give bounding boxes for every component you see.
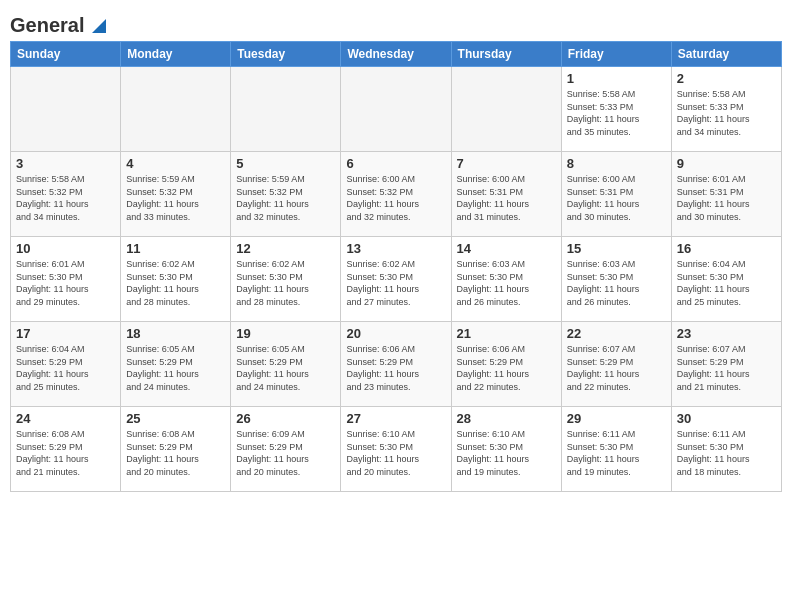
day-info: Sunrise: 6:01 AM Sunset: 5:30 PM Dayligh… xyxy=(16,258,115,308)
calendar-day-5: 5Sunrise: 5:59 AM Sunset: 5:32 PM Daylig… xyxy=(231,152,341,237)
day-info: Sunrise: 6:05 AM Sunset: 5:29 PM Dayligh… xyxy=(126,343,225,393)
day-number: 29 xyxy=(567,411,666,426)
day-number: 3 xyxy=(16,156,115,171)
day-number: 24 xyxy=(16,411,115,426)
day-number: 1 xyxy=(567,71,666,86)
day-number: 22 xyxy=(567,326,666,341)
day-number: 9 xyxy=(677,156,776,171)
day-number: 14 xyxy=(457,241,556,256)
calendar-table: SundayMondayTuesdayWednesdayThursdayFrid… xyxy=(10,41,782,492)
weekday-header-tuesday: Tuesday xyxy=(231,42,341,67)
calendar-day-2: 2Sunrise: 5:58 AM Sunset: 5:33 PM Daylig… xyxy=(671,67,781,152)
weekday-header-sunday: Sunday xyxy=(11,42,121,67)
day-info: Sunrise: 6:03 AM Sunset: 5:30 PM Dayligh… xyxy=(567,258,666,308)
calendar-day-27: 27Sunrise: 6:10 AM Sunset: 5:30 PM Dayli… xyxy=(341,407,451,492)
day-info: Sunrise: 6:04 AM Sunset: 5:30 PM Dayligh… xyxy=(677,258,776,308)
day-number: 8 xyxy=(567,156,666,171)
calendar-day-21: 21Sunrise: 6:06 AM Sunset: 5:29 PM Dayli… xyxy=(451,322,561,407)
day-number: 27 xyxy=(346,411,445,426)
calendar-day-15: 15Sunrise: 6:03 AM Sunset: 5:30 PM Dayli… xyxy=(561,237,671,322)
day-info: Sunrise: 6:02 AM Sunset: 5:30 PM Dayligh… xyxy=(236,258,335,308)
day-number: 5 xyxy=(236,156,335,171)
calendar-day-3: 3Sunrise: 5:58 AM Sunset: 5:32 PM Daylig… xyxy=(11,152,121,237)
day-number: 6 xyxy=(346,156,445,171)
calendar-day-4: 4Sunrise: 5:59 AM Sunset: 5:32 PM Daylig… xyxy=(121,152,231,237)
calendar-week-row-1: 1Sunrise: 5:58 AM Sunset: 5:33 PM Daylig… xyxy=(11,67,782,152)
calendar-week-row-3: 10Sunrise: 6:01 AM Sunset: 5:30 PM Dayli… xyxy=(11,237,782,322)
day-info: Sunrise: 6:00 AM Sunset: 5:31 PM Dayligh… xyxy=(457,173,556,223)
day-info: Sunrise: 6:06 AM Sunset: 5:29 PM Dayligh… xyxy=(346,343,445,393)
day-number: 11 xyxy=(126,241,225,256)
day-info: Sunrise: 6:11 AM Sunset: 5:30 PM Dayligh… xyxy=(567,428,666,478)
empty-cell xyxy=(341,67,451,152)
day-info: Sunrise: 5:58 AM Sunset: 5:32 PM Dayligh… xyxy=(16,173,115,223)
day-info: Sunrise: 5:58 AM Sunset: 5:33 PM Dayligh… xyxy=(567,88,666,138)
day-info: Sunrise: 5:59 AM Sunset: 5:32 PM Dayligh… xyxy=(236,173,335,223)
weekday-header-thursday: Thursday xyxy=(451,42,561,67)
day-number: 30 xyxy=(677,411,776,426)
calendar-day-16: 16Sunrise: 6:04 AM Sunset: 5:30 PM Dayli… xyxy=(671,237,781,322)
day-info: Sunrise: 6:01 AM Sunset: 5:31 PM Dayligh… xyxy=(677,173,776,223)
logo-text: General xyxy=(10,14,84,37)
day-number: 18 xyxy=(126,326,225,341)
day-number: 21 xyxy=(457,326,556,341)
empty-cell xyxy=(11,67,121,152)
day-info: Sunrise: 6:09 AM Sunset: 5:29 PM Dayligh… xyxy=(236,428,335,478)
day-info: Sunrise: 6:06 AM Sunset: 5:29 PM Dayligh… xyxy=(457,343,556,393)
day-info: Sunrise: 6:04 AM Sunset: 5:29 PM Dayligh… xyxy=(16,343,115,393)
day-number: 23 xyxy=(677,326,776,341)
calendar-day-17: 17Sunrise: 6:04 AM Sunset: 5:29 PM Dayli… xyxy=(11,322,121,407)
weekday-header-friday: Friday xyxy=(561,42,671,67)
day-number: 19 xyxy=(236,326,335,341)
day-info: Sunrise: 6:03 AM Sunset: 5:30 PM Dayligh… xyxy=(457,258,556,308)
calendar-day-14: 14Sunrise: 6:03 AM Sunset: 5:30 PM Dayli… xyxy=(451,237,561,322)
day-info: Sunrise: 6:07 AM Sunset: 5:29 PM Dayligh… xyxy=(677,343,776,393)
day-info: Sunrise: 6:08 AM Sunset: 5:29 PM Dayligh… xyxy=(126,428,225,478)
weekday-header-monday: Monday xyxy=(121,42,231,67)
day-info: Sunrise: 5:59 AM Sunset: 5:32 PM Dayligh… xyxy=(126,173,225,223)
calendar-week-row-5: 24Sunrise: 6:08 AM Sunset: 5:29 PM Dayli… xyxy=(11,407,782,492)
header: General xyxy=(10,10,782,33)
logo-icon xyxy=(88,15,110,37)
day-number: 17 xyxy=(16,326,115,341)
day-info: Sunrise: 5:58 AM Sunset: 5:33 PM Dayligh… xyxy=(677,88,776,138)
calendar-day-25: 25Sunrise: 6:08 AM Sunset: 5:29 PM Dayli… xyxy=(121,407,231,492)
calendar-day-9: 9Sunrise: 6:01 AM Sunset: 5:31 PM Daylig… xyxy=(671,152,781,237)
day-info: Sunrise: 6:02 AM Sunset: 5:30 PM Dayligh… xyxy=(126,258,225,308)
day-number: 12 xyxy=(236,241,335,256)
weekday-header-wednesday: Wednesday xyxy=(341,42,451,67)
calendar-week-row-2: 3Sunrise: 5:58 AM Sunset: 5:32 PM Daylig… xyxy=(11,152,782,237)
day-number: 20 xyxy=(346,326,445,341)
day-number: 10 xyxy=(16,241,115,256)
day-number: 28 xyxy=(457,411,556,426)
day-number: 13 xyxy=(346,241,445,256)
calendar-day-30: 30Sunrise: 6:11 AM Sunset: 5:30 PM Dayli… xyxy=(671,407,781,492)
day-number: 2 xyxy=(677,71,776,86)
logo: General xyxy=(10,10,110,33)
day-info: Sunrise: 6:02 AM Sunset: 5:30 PM Dayligh… xyxy=(346,258,445,308)
calendar-day-10: 10Sunrise: 6:01 AM Sunset: 5:30 PM Dayli… xyxy=(11,237,121,322)
day-number: 25 xyxy=(126,411,225,426)
day-number: 4 xyxy=(126,156,225,171)
calendar-day-13: 13Sunrise: 6:02 AM Sunset: 5:30 PM Dayli… xyxy=(341,237,451,322)
day-info: Sunrise: 6:11 AM Sunset: 5:30 PM Dayligh… xyxy=(677,428,776,478)
day-info: Sunrise: 6:08 AM Sunset: 5:29 PM Dayligh… xyxy=(16,428,115,478)
calendar-day-11: 11Sunrise: 6:02 AM Sunset: 5:30 PM Dayli… xyxy=(121,237,231,322)
day-info: Sunrise: 6:00 AM Sunset: 5:31 PM Dayligh… xyxy=(567,173,666,223)
calendar-day-24: 24Sunrise: 6:08 AM Sunset: 5:29 PM Dayli… xyxy=(11,407,121,492)
calendar-day-23: 23Sunrise: 6:07 AM Sunset: 5:29 PM Dayli… xyxy=(671,322,781,407)
svg-marker-0 xyxy=(92,19,106,33)
calendar-day-29: 29Sunrise: 6:11 AM Sunset: 5:30 PM Dayli… xyxy=(561,407,671,492)
page: General SundayMondayTuesdayWednesdayThur… xyxy=(0,0,792,612)
day-info: Sunrise: 6:05 AM Sunset: 5:29 PM Dayligh… xyxy=(236,343,335,393)
calendar-day-26: 26Sunrise: 6:09 AM Sunset: 5:29 PM Dayli… xyxy=(231,407,341,492)
calendar-day-7: 7Sunrise: 6:00 AM Sunset: 5:31 PM Daylig… xyxy=(451,152,561,237)
day-info: Sunrise: 6:00 AM Sunset: 5:32 PM Dayligh… xyxy=(346,173,445,223)
calendar-header-row: SundayMondayTuesdayWednesdayThursdayFrid… xyxy=(11,42,782,67)
calendar-day-22: 22Sunrise: 6:07 AM Sunset: 5:29 PM Dayli… xyxy=(561,322,671,407)
day-number: 26 xyxy=(236,411,335,426)
weekday-header-saturday: Saturday xyxy=(671,42,781,67)
day-info: Sunrise: 6:07 AM Sunset: 5:29 PM Dayligh… xyxy=(567,343,666,393)
day-number: 16 xyxy=(677,241,776,256)
empty-cell xyxy=(231,67,341,152)
